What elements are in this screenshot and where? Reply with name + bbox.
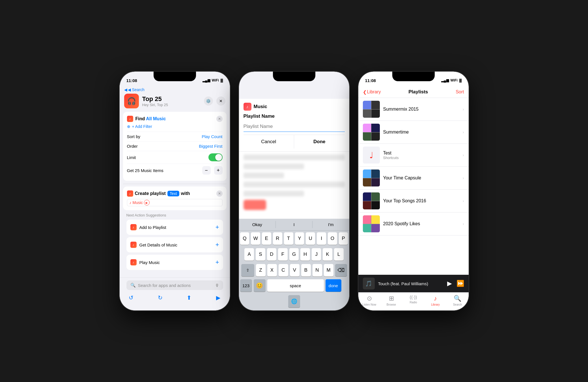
- key-u[interactable]: U: [306, 232, 315, 245]
- chevron-summertime: ›: [463, 130, 464, 134]
- share-button[interactable]: ⬆: [184, 293, 194, 302]
- playlist-art-capsule: [363, 169, 380, 186]
- tab-browse[interactable]: ⊞ Browse: [380, 295, 402, 306]
- key-y[interactable]: Y: [295, 232, 304, 245]
- done-button[interactable]: Done: [294, 135, 345, 149]
- tab-search[interactable]: 🔍 Search: [447, 295, 469, 306]
- key-q[interactable]: Q: [240, 232, 249, 245]
- undo-button[interactable]: ↺: [126, 293, 136, 302]
- key-j[interactable]: J: [312, 248, 321, 261]
- key-space[interactable]: space: [267, 279, 324, 292]
- tab-listen-now[interactable]: ⊙ Listen Now: [358, 295, 380, 306]
- now-playing-bar[interactable]: 🎵 Touch (feat. Paul Williams) ▶ ⏩: [358, 275, 469, 292]
- suggestion-label-3: Play Music: [139, 260, 160, 265]
- key-f[interactable]: F: [278, 248, 288, 261]
- np-forward-btn[interactable]: ⏩: [456, 280, 464, 287]
- tab-library[interactable]: ♪ Library: [425, 295, 447, 306]
- key-e[interactable]: E: [262, 232, 271, 245]
- suggestion-add-playlist[interactable]: ♪ Add to Playlist +: [126, 220, 223, 235]
- find-close-btn[interactable]: ✕: [216, 116, 223, 122]
- key-shift[interactable]: ⇧: [241, 264, 254, 276]
- key-a[interactable]: A: [244, 248, 254, 261]
- items-label: Get 25 Music Items: [127, 168, 163, 173]
- key-b[interactable]: B: [301, 264, 311, 276]
- tab-radio[interactable]: ((·)) Radio: [402, 295, 425, 304]
- text-badge[interactable]: Text: [167, 191, 179, 196]
- art-cell-t2: [371, 192, 380, 201]
- tab-label-search: Search: [453, 303, 462, 306]
- suggestion-im[interactable]: I'm: [313, 221, 349, 228]
- key-o[interactable]: O: [328, 232, 337, 245]
- playlist-summertime[interactable]: Summertime ›: [358, 121, 469, 144]
- suggestion-play-music[interactable]: ♪ Play Music +: [126, 255, 223, 270]
- redo-button[interactable]: ↻: [155, 293, 165, 302]
- settings-button[interactable]: ⚙️: [204, 96, 213, 106]
- key-i[interactable]: I: [317, 232, 326, 245]
- key-backspace[interactable]: ⌫: [335, 264, 347, 276]
- playlist-test[interactable]: ♩ Test Shortcuts ›: [358, 144, 469, 167]
- phone-library: 11:08 ▂▄▆ WiFi ▓ ❮ Library Playlists Sor…: [358, 72, 469, 310]
- key-d[interactable]: D: [267, 248, 277, 261]
- playlist-spotify[interactable]: 2020 Spotify Likes ›: [358, 213, 469, 235]
- key-w[interactable]: W: [251, 232, 260, 245]
- art-cell-3: [363, 110, 371, 118]
- stepper-minus[interactable]: −: [202, 166, 211, 175]
- suggestion-plus-2: +: [216, 241, 219, 248]
- order-label: Order: [127, 144, 138, 149]
- close-button[interactable]: ✕: [216, 96, 225, 106]
- back-button-1[interactable]: ◀ ◀ Search: [124, 87, 225, 92]
- signal-icon: ▂▄▆: [203, 78, 210, 82]
- stepper-plus[interactable]: +: [214, 166, 223, 175]
- sort-value[interactable]: Play Count: [202, 134, 222, 139]
- playlist-info-test: Test Shortcuts: [383, 151, 459, 160]
- key-z[interactable]: Z: [256, 264, 266, 276]
- key-g[interactable]: G: [289, 248, 299, 261]
- key-h[interactable]: H: [300, 248, 310, 261]
- key-t[interactable]: T: [284, 232, 293, 245]
- run-button[interactable]: ▶: [213, 293, 223, 302]
- cancel-button[interactable]: Cancel: [244, 135, 294, 149]
- np-play-btn[interactable]: ▶: [447, 280, 452, 287]
- wifi-icon: WiFi: [212, 78, 219, 82]
- create-close-btn[interactable]: ✕: [216, 190, 223, 197]
- suggestion-okay[interactable]: Okay: [239, 221, 276, 228]
- time-3: 11:08: [365, 78, 376, 83]
- key-c[interactable]: C: [279, 264, 288, 276]
- key-done[interactable]: done: [326, 279, 341, 292]
- key-m[interactable]: M: [324, 264, 333, 276]
- key-s[interactable]: S: [256, 248, 265, 261]
- tab-label-listen: Listen Now: [362, 303, 376, 306]
- playlist-capsule[interactable]: Your Time Capsule ›: [358, 167, 469, 190]
- key-v[interactable]: V: [290, 264, 300, 276]
- playlist-name-spotify: 2020 Spotify Likes: [383, 221, 459, 226]
- music-badge[interactable]: ♪ Music ▶: [127, 199, 223, 206]
- key-r[interactable]: R: [273, 232, 282, 245]
- key-n[interactable]: N: [313, 264, 322, 276]
- limit-toggle[interactable]: [208, 153, 223, 161]
- library-back-btn[interactable]: ❮ Library: [363, 89, 381, 95]
- playlist-art-spotify: [363, 215, 380, 232]
- key-p[interactable]: P: [339, 232, 348, 245]
- key-x[interactable]: X: [267, 264, 277, 276]
- add-filter-label: + Add Filter: [132, 124, 152, 129]
- key-123[interactable]: 123: [240, 279, 252, 292]
- sort-button[interactable]: Sort: [456, 89, 464, 95]
- suggestion-get-details[interactable]: ♪ Get Details of Music +: [126, 237, 223, 252]
- key-k[interactable]: K: [323, 248, 332, 261]
- key-globe[interactable]: 🌐: [288, 295, 300, 308]
- playlist-summermix[interactable]: Summermix 2015 ›: [358, 98, 469, 121]
- key-emoji[interactable]: 😊: [254, 279, 266, 292]
- playlist-info-summertime: Summertime: [383, 130, 459, 135]
- key-l[interactable]: L: [334, 248, 344, 261]
- add-filter-btn[interactable]: ⊕ + Add Filter: [127, 124, 223, 129]
- order-value[interactable]: Biggest First: [199, 144, 222, 149]
- music-app-row: ♪ Music: [244, 103, 345, 111]
- tab-bar: ⊙ Listen Now ⊞ Browse ((·)) Radio ♪ Libr…: [358, 292, 469, 310]
- playlist-name-input[interactable]: [244, 121, 345, 132]
- keyboard-row-4: 123 😊 space done: [239, 278, 349, 294]
- tab-icon-browse: ⊞: [389, 295, 394, 302]
- suggestion-i[interactable]: I: [276, 221, 313, 228]
- search-field[interactable]: 🔍 Search for apps and actions 🎙: [126, 280, 223, 290]
- playlist-topsongs[interactable]: Your Top Songs 2016 ›: [358, 190, 469, 213]
- art-cell-s1: [363, 124, 371, 132]
